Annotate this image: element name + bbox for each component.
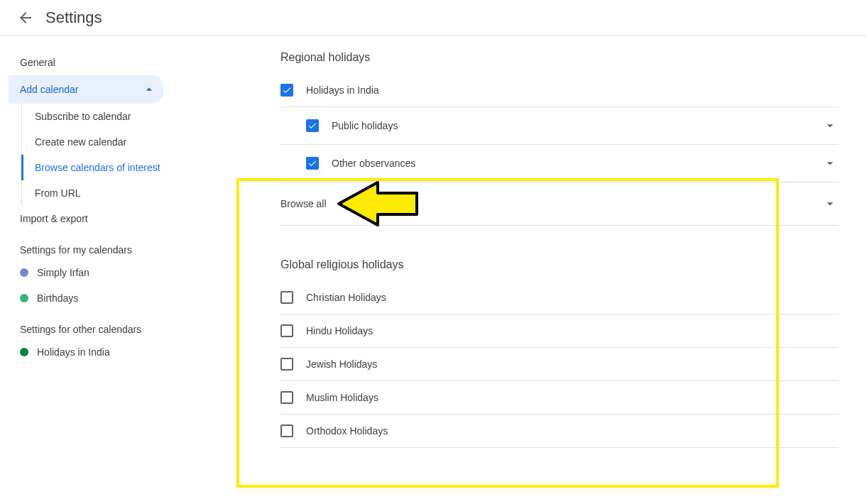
row-public-holidays: Public holidays (280, 107, 839, 145)
sidebar-create-new[interactable]: Create new calendar (22, 129, 178, 155)
sidebar-subscribe[interactable]: Subscribe to calendar (22, 104, 178, 129)
checkbox-christian[interactable] (280, 291, 293, 304)
row-holidays-india: Holidays in India (280, 74, 839, 106)
back-button[interactable] (11, 4, 40, 32)
label-hindu: Hindu Holidays (306, 325, 839, 336)
sidebar-cal-holidays-india[interactable]: Holidays in India (9, 339, 178, 365)
expand-other-observances[interactable] (822, 155, 839, 172)
label-christian: Christian Holidays (306, 292, 839, 303)
sidebar-add-calendar-label: Add calendar (20, 84, 79, 95)
row-other-observances: Other observances (280, 145, 839, 182)
checkbox-jewish[interactable] (280, 358, 293, 371)
label-public-holidays: Public holidays (332, 120, 822, 131)
regional-holidays-title: Regional holidays (280, 51, 839, 64)
sidebar-cal-birthdays[interactable]: Birthdays (9, 285, 178, 311)
sidebar-from-url[interactable]: From URL (22, 180, 178, 206)
checkbox-holidays-india[interactable] (280, 84, 293, 97)
sidebar-cal-label: Holidays in India (37, 346, 110, 358)
page-title: Settings (45, 9, 102, 27)
sidebar-browse-interest[interactable]: Browse calendars of interest (21, 155, 178, 180)
sidebar-cal-simply-irfan[interactable]: Simply Irfan (9, 260, 178, 285)
arrow-back-icon (17, 9, 34, 26)
chevron-down-icon (823, 197, 837, 211)
checkbox-public-holidays[interactable] (306, 119, 319, 132)
label-orthodox: Orthodox Holidays (306, 425, 839, 437)
main-content: Regional holidays Holidays in India Publ… (178, 35, 867, 504)
label-holidays-india: Holidays in India (306, 84, 839, 96)
calendar-color-dot (20, 268, 28, 277)
calendar-color-dot (20, 294, 28, 302)
sidebar-heading-other-calendars: Settings for other calendars (9, 311, 178, 339)
chevron-down-icon (823, 119, 837, 133)
chevron-up-icon (142, 82, 156, 97)
checkbox-muslim[interactable] (280, 391, 293, 404)
checkbox-orthodox[interactable] (280, 424, 293, 437)
sidebar-general[interactable]: General (9, 50, 178, 75)
label-muslim: Muslim Holidays (306, 392, 839, 403)
expand-browse-all[interactable] (822, 195, 839, 212)
row-browse-all[interactable]: Browse all (280, 182, 839, 226)
label-browse-all: Browse all (280, 198, 327, 209)
calendar-color-dot (20, 348, 28, 356)
expand-public-holidays[interactable] (822, 117, 839, 134)
label-jewish: Jewish Holidays (306, 358, 839, 370)
sidebar-cal-label: Birthdays (37, 292, 78, 304)
checkbox-hindu[interactable] (280, 324, 293, 337)
chevron-down-icon (823, 156, 837, 170)
sidebar-cal-label: Simply Irfan (37, 267, 89, 278)
checkbox-other-observances[interactable] (306, 157, 319, 170)
row-orthodox: Orthodox Holidays (280, 415, 839, 448)
global-religious-title: Global religious holidays (280, 258, 839, 271)
row-jewish: Jewish Holidays (280, 348, 839, 381)
row-hindu: Hindu Holidays (280, 314, 839, 348)
label-other-observances: Other observances (332, 158, 822, 169)
sidebar-add-calendar[interactable]: Add calendar (9, 75, 163, 104)
row-christian: Christian Holidays (280, 281, 839, 314)
row-muslim: Muslim Holidays (280, 381, 839, 415)
settings-sidebar: General Add calendar Subscribe to calend… (0, 35, 178, 504)
sidebar-heading-my-calendars: Settings for my calendars (9, 231, 178, 260)
sidebar-import-export[interactable]: Import & export (9, 206, 178, 231)
